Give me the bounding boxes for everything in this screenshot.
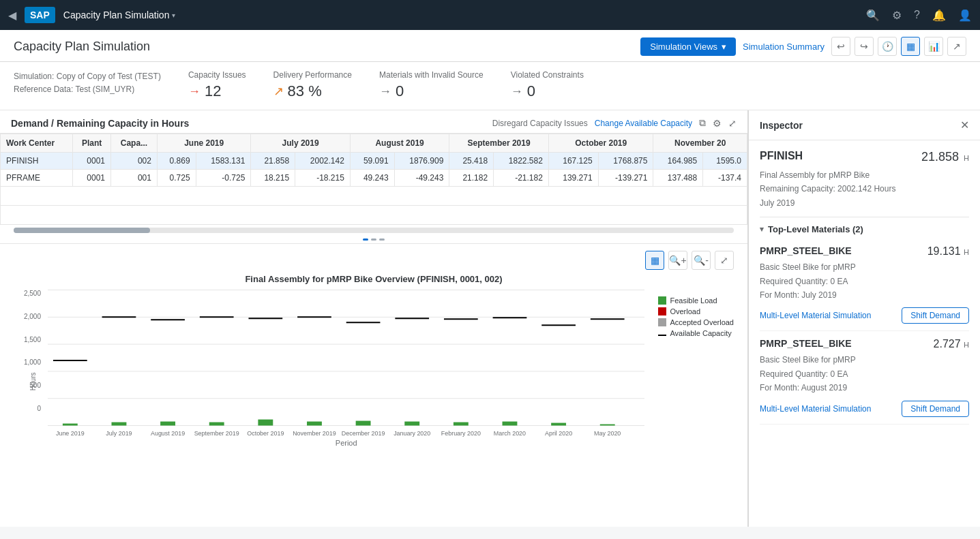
legend-accepted-label: Accepted Overload xyxy=(670,318,734,326)
cell-plant: 0001 xyxy=(73,153,111,170)
legend-overload: Overload xyxy=(658,307,734,315)
simulation-views-button[interactable]: Simulation Views ▾ xyxy=(640,37,736,56)
table-row[interactable]: PFRAME 0001 001 0.725 -0.725 18.215 -18.… xyxy=(1,170,747,187)
table-section: Demand / Remaining Capacity in Hours Dis… xyxy=(0,110,747,243)
top-level-materials-header[interactable]: ▾ Top-Level Materials (2) xyxy=(760,217,969,238)
kpi-materials-label: Materials with Invalid Source xyxy=(379,70,484,80)
chart-toolbar: ▦ 🔍+ 🔍- ⤢ xyxy=(14,251,734,270)
ref-label: Reference Data: xyxy=(14,84,73,94)
svg-rect-27 xyxy=(503,422,518,426)
legend-accepted-color xyxy=(658,318,666,326)
cell-capa: 001 xyxy=(111,170,158,187)
svg-rect-22 xyxy=(258,420,273,426)
sim-value: Copy of Copy of Test (TEST) xyxy=(57,72,161,81)
kpi-capacity-issues: Capacity Issues → 12 xyxy=(188,70,246,100)
chart-container: 2,500 2,000 1,500 1,000 500 0 Hours xyxy=(14,290,734,447)
cell-plant: 0001 xyxy=(73,170,111,187)
cell-nov-a: 137.488 xyxy=(653,170,703,187)
material-1-unit: H xyxy=(964,248,969,256)
nav-icons-group: 🔍 ⚙ ? 🔔 👤 xyxy=(866,9,972,22)
cell-nov-b: -137.4 xyxy=(703,170,747,187)
svg-text:April 2020: April 2020 xyxy=(545,430,572,437)
history-button[interactable]: 🕐 xyxy=(878,37,897,56)
chart-view-button[interactable]: 📊 xyxy=(924,37,943,56)
fullscreen-button[interactable]: ↗ xyxy=(947,37,966,56)
table-row[interactable]: PFINISH 0001 002 0.869 1583.131 21.858 2… xyxy=(1,153,747,170)
main-content: Demand / Remaining Capacity in Hours Dis… xyxy=(0,110,980,527)
capacity-table-wrapper[interactable]: Work Center Plant Capa... June 2019 July… xyxy=(0,134,747,225)
legend-feasible-color xyxy=(658,296,666,305)
search-icon[interactable]: 🔍 xyxy=(866,9,880,22)
user-icon[interactable]: 👤 xyxy=(958,9,972,22)
nav-dot-1[interactable] xyxy=(363,238,368,241)
material-2-shift-demand-button[interactable]: Shift Demand xyxy=(902,401,969,417)
chart-zoom-in-icon[interactable]: 🔍+ xyxy=(668,251,687,270)
simulation-info: Simulation: Copy of Copy of Test (TEST) … xyxy=(14,70,161,96)
svg-rect-29 xyxy=(600,425,615,426)
cell-capa: 002 xyxy=(111,153,158,170)
chart-zoom-out-icon[interactable]: 🔍- xyxy=(692,251,711,270)
ref-value: Test (SIM_UYR) xyxy=(76,84,135,94)
nav-dot-3[interactable] xyxy=(379,238,385,241)
material-2-month: For Month: August 2019 xyxy=(760,381,969,395)
material-1-value: 19.131 xyxy=(927,245,961,257)
inspector-main-detail1: Remaining Capacity: 2002.142 Hours xyxy=(760,182,969,196)
inspector-main-item: PFINISH 21.858 H Final Assembly for pMRP… xyxy=(760,140,969,217)
cell-aug-a: 49.243 xyxy=(350,170,394,187)
help-icon[interactable]: ? xyxy=(914,9,920,22)
material-1-month: For Month: July 2019 xyxy=(760,288,969,302)
col-capa: Capa... xyxy=(111,134,158,153)
filter-icon[interactable]: ⧉ xyxy=(699,117,706,129)
disregard-capacity-button[interactable]: Disregard Capacity Issues xyxy=(492,119,588,128)
material-1-shift-demand-button[interactable]: Shift Demand xyxy=(902,307,969,324)
horizontal-scrollbar[interactable] xyxy=(14,228,734,233)
page-title: Capacity Plan Simulation xyxy=(14,40,150,54)
cell-july-a: 21.858 xyxy=(251,153,295,170)
expand-table-icon[interactable]: ⤢ xyxy=(728,118,737,129)
page-header: Capacity Plan Simulation Simulation View… xyxy=(0,30,980,62)
chart-expand-icon[interactable]: ⤢ xyxy=(715,251,734,270)
cell-june-b: -0.725 xyxy=(196,170,251,187)
svg-text:January 2020: January 2020 xyxy=(394,430,430,437)
settings-table-icon[interactable]: ⚙ xyxy=(713,118,722,129)
nav-dot-2[interactable] xyxy=(371,238,376,241)
y-label-0: 0 xyxy=(37,405,41,412)
chart-table-icon[interactable]: ▦ xyxy=(645,251,664,270)
inspector-main-description: Final Assembly for pMRP Bike xyxy=(760,168,969,182)
table-section-title: Demand / Remaining Capacity in Hours xyxy=(11,118,189,129)
simulation-summary-link[interactable]: Simulation Summary xyxy=(743,42,825,52)
material-1-simulation-link[interactable]: Multi-Level Material Simulation xyxy=(760,311,871,320)
inspector-close-button[interactable]: ✕ xyxy=(960,119,969,132)
change-capacity-button[interactable]: Change Available Capacity xyxy=(595,119,692,128)
inspector-main-unit: H xyxy=(964,154,969,162)
scrollbar-thumb[interactable] xyxy=(14,228,150,233)
y-axis-label: Hours xyxy=(29,372,37,390)
cell-sep-a: 21.182 xyxy=(449,170,494,187)
notifications-icon[interactable]: 🔔 xyxy=(932,9,946,22)
left-panel: Demand / Remaining Capacity in Hours Dis… xyxy=(0,110,748,527)
material-1-actions: Multi-Level Material Simulation Shift De… xyxy=(760,307,969,324)
back-button[interactable]: ◀ xyxy=(8,9,16,22)
x-axis-label: Period xyxy=(48,439,644,447)
col-sep-2019: September 2019 xyxy=(449,134,549,153)
kpi-materials-arrow-icon: → xyxy=(379,84,391,99)
material-item-2: PMRP_STEEL_BIKE 2.727 H Basic Steel Bike… xyxy=(760,331,969,424)
svg-text:May 2020: May 2020 xyxy=(594,430,621,437)
chevron-down-icon: ▾ xyxy=(172,12,175,19)
material-2-value: 2.727 xyxy=(934,338,961,350)
inspector-main-detail2: July 2019 xyxy=(760,196,969,210)
table-view-button[interactable]: ▦ xyxy=(901,37,920,56)
redo-button[interactable]: ↪ xyxy=(855,37,874,56)
y-label-1000: 1,000 xyxy=(24,358,41,366)
top-navigation: ◀ SAP Capacity Plan Simulation ▾ 🔍 ⚙ ? 🔔… xyxy=(0,0,980,30)
material-item-1: PMRP_STEEL_BIKE 19.131 H Basic Steel Bik… xyxy=(760,238,969,331)
kpi-delivery-arrow-icon: ↗ xyxy=(273,84,284,99)
undo-button[interactable]: ↩ xyxy=(831,37,850,56)
svg-rect-23 xyxy=(307,422,322,426)
col-nov-2019: November 20 xyxy=(653,134,747,153)
cell-july-b: 2002.142 xyxy=(295,153,351,170)
material-2-simulation-link[interactable]: Multi-Level Material Simulation xyxy=(760,404,871,414)
legend-accepted-overload: Accepted Overload xyxy=(658,318,734,326)
cell-work-center: PFINISH xyxy=(1,153,73,170)
settings-icon[interactable]: ⚙ xyxy=(892,9,902,22)
